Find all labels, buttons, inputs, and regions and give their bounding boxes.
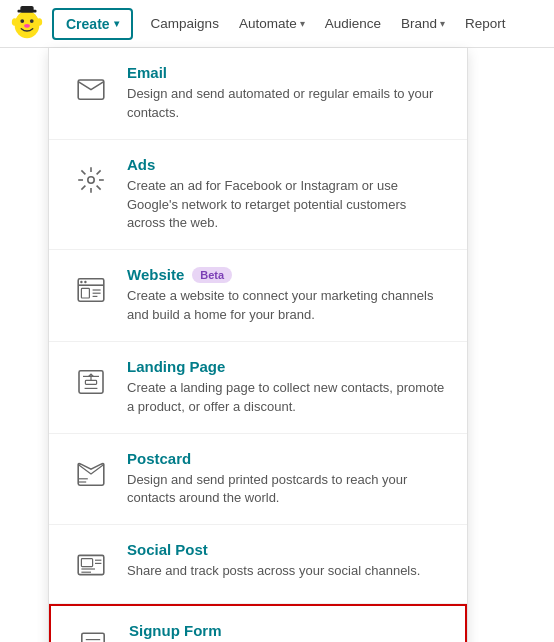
nav-campaigns[interactable]: Campaigns <box>141 10 229 37</box>
nav-brand[interactable]: Brand ▾ <box>391 10 455 37</box>
create-label: Create <box>66 16 110 32</box>
svg-rect-39 <box>82 633 104 642</box>
ads-title: Ads <box>127 156 447 173</box>
landing-page-title: Landing Page <box>127 358 447 375</box>
svg-rect-34 <box>81 559 92 567</box>
menu-item-signup-form[interactable]: Signup FormAdd a pop-up or embedded form… <box>49 604 467 642</box>
nav-audience[interactable]: Audience <box>315 10 391 37</box>
svg-point-5 <box>30 19 34 23</box>
svg-line-17 <box>97 170 101 174</box>
postcard-icon <box>69 452 113 496</box>
create-dropdown: EmailDesign and send automated or regula… <box>48 48 468 642</box>
postcard-desc: Design and send printed postcards to rea… <box>127 471 447 509</box>
nav-automate[interactable]: Automate ▾ <box>229 10 315 37</box>
menu-item-social-post[interactable]: Social PostShare and track posts across … <box>49 525 467 604</box>
menu-item-landing-page[interactable]: Landing PageCreate a landing page to col… <box>49 342 467 434</box>
social-post-icon <box>69 543 113 587</box>
svg-point-4 <box>20 19 24 23</box>
svg-rect-28 <box>85 380 96 384</box>
svg-rect-8 <box>20 5 33 12</box>
social-post-desc: Share and track posts across your social… <box>127 562 447 581</box>
email-icon <box>69 66 113 110</box>
landing-page-icon <box>69 360 113 404</box>
menu-item-website[interactable]: WebsiteBetaCreate a website to connect y… <box>49 250 467 342</box>
svg-rect-21 <box>81 289 89 299</box>
svg-line-15 <box>81 170 85 174</box>
landing-page-desc: Create a landing page to collect new con… <box>127 379 447 417</box>
website-desc: Create a website to connect your marketi… <box>127 287 447 325</box>
ads-icon <box>69 158 113 202</box>
svg-point-3 <box>37 18 43 26</box>
top-navigation: Create ▾ Campaigns Automate ▾ Audience B… <box>0 0 554 48</box>
svg-line-16 <box>97 185 101 189</box>
postcard-title: Postcard <box>127 450 447 467</box>
mailchimp-logo[interactable] <box>8 4 48 44</box>
svg-point-25 <box>80 281 82 283</box>
nav-links: Campaigns Automate ▾ Audience Brand ▾ Re… <box>141 10 546 37</box>
create-chevron-icon: ▾ <box>114 18 119 29</box>
email-desc: Design and send automated or regular ema… <box>127 85 447 123</box>
svg-line-18 <box>81 185 85 189</box>
signup-form-title: Signup Form <box>129 622 445 639</box>
social-post-title: Social Post <box>127 541 447 558</box>
nav-report[interactable]: Report <box>455 10 516 37</box>
create-button[interactable]: Create ▾ <box>52 8 133 40</box>
email-title: Email <box>127 64 447 81</box>
beta-badge: Beta <box>192 267 232 283</box>
menu-item-email[interactable]: EmailDesign and send automated or regula… <box>49 48 467 140</box>
svg-point-26 <box>84 281 86 283</box>
menu-item-postcard[interactable]: PostcardDesign and send printed postcard… <box>49 434 467 526</box>
automate-chevron-icon: ▾ <box>300 18 305 29</box>
menu-item-ads[interactable]: AdsCreate an ad for Facebook or Instagra… <box>49 140 467 251</box>
svg-point-2 <box>12 18 18 26</box>
website-icon <box>69 268 113 312</box>
signup-form-icon <box>71 624 115 642</box>
ads-desc: Create an ad for Facebook or Instagram o… <box>127 177 447 234</box>
brand-chevron-icon: ▾ <box>440 18 445 29</box>
svg-point-10 <box>88 176 94 182</box>
svg-point-6 <box>24 23 30 27</box>
website-title: WebsiteBeta <box>127 266 447 283</box>
